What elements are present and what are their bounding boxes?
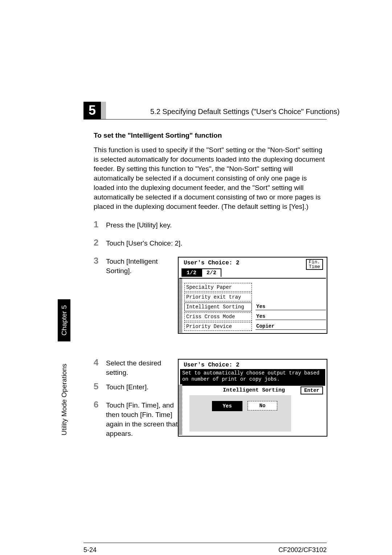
lcd2-subtitle: Intelligent Sorting: [223, 387, 285, 393]
value-underline: [256, 329, 326, 330]
lcd1-row-priority-device: Priority Device Copier: [184, 322, 324, 332]
lcd1-row-criss-cross-mode: Criss Cross Mode Yes: [184, 312, 324, 322]
subheading: To set the "Intelligent Sorting" functio…: [94, 131, 222, 139]
lcd2-option-area: [189, 395, 291, 432]
step-number: 5: [94, 381, 103, 392]
tab-1-of-2[interactable]: 1/2: [181, 268, 201, 277]
priority-exit-tray-button[interactable]: Priority exit tray: [184, 293, 252, 301]
value-underline: [256, 310, 326, 310]
intelligent-sorting-value: Yes: [256, 304, 265, 309]
side-tab-chapter-label: Chapter 5: [60, 305, 68, 335]
model-number: CF2002/CF3102: [278, 546, 327, 554]
lcd1-row-intelligent-sorting: Intelligent Sorting Yes: [184, 303, 324, 312]
chapter-badge-shadow: [101, 102, 106, 119]
step-text: Touch [Fin. Time], and then touch [Fin. …: [106, 401, 182, 438]
lcd2-scroll-indicator: [179, 384, 182, 434]
intelligent-sorting-button[interactable]: Intelligent Sorting: [184, 303, 252, 311]
side-tab-section: Utility Mode Operations: [58, 352, 70, 447]
lcd1-row-specialty-paper: Specialty Paper: [184, 283, 324, 293]
lcd2-title: User's Choice: 2: [184, 362, 240, 368]
lcd1-row-priority-exit-tray: Priority exit tray: [184, 293, 324, 303]
step-number: 4: [94, 357, 103, 368]
lcd-screenshot-1: User's Choice: 2 Fin. Time 1/22/2 Specia…: [178, 257, 327, 334]
chapter-number-badge: 5: [83, 102, 101, 119]
step-text: Touch [Intelligent Sorting].: [106, 257, 175, 276]
lcd-screenshot-2: User's Choice: 2 Set to automatically ch…: [178, 359, 327, 437]
step-number: 1: [94, 219, 103, 230]
step-number: 3: [94, 256, 103, 266]
side-tab-chapter: Chapter 5: [58, 299, 70, 341]
step-number: 6: [94, 400, 103, 410]
criss-cross-mode-button[interactable]: Criss Cross Mode: [184, 312, 252, 321]
lcd1-rows: Specialty Paper Priority exit tray Intel…: [184, 283, 324, 332]
lcd1-title: User's Choice: 2: [184, 260, 240, 266]
value-underline: [256, 320, 326, 320]
priority-device-button[interactable]: Priority Device: [184, 322, 252, 331]
step-text: Select the desired setting.: [106, 358, 175, 377]
lcd1-scroll-indicator: [179, 279, 182, 332]
step-text: Press the [Utility] key.: [106, 220, 215, 230]
enter-button[interactable]: Enter: [301, 386, 323, 394]
priority-device-value: Copier: [256, 323, 274, 329]
intro-paragraph: This function is used to specify if the …: [94, 145, 326, 211]
page-number: 5-24: [83, 546, 97, 554]
side-tab-section-label: Utility Mode Operations: [60, 364, 68, 435]
lcd1-tabs: 1/22/2: [181, 268, 324, 279]
no-button[interactable]: No: [248, 401, 277, 410]
footer-rule: [83, 543, 327, 543]
lcd2-panel: Intelligent Sorting Enter Yes No: [183, 385, 324, 434]
lcd2-help-banner: Set to automatically choose output tray …: [180, 369, 325, 386]
tab-baseline: [179, 278, 326, 279]
step-text: Touch [User's Choice: 2].: [106, 239, 215, 248]
header-rule: [83, 119, 327, 119]
yes-button[interactable]: Yes: [212, 401, 242, 411]
specialty-paper-button[interactable]: Specialty Paper: [184, 283, 252, 292]
step-number: 2: [94, 238, 103, 248]
tab-2-of-2[interactable]: 2/2: [201, 268, 221, 277]
section-header: 5.2 Specifying Default Settings ("User's…: [150, 108, 340, 116]
criss-cross-mode-value: Yes: [256, 313, 265, 319]
